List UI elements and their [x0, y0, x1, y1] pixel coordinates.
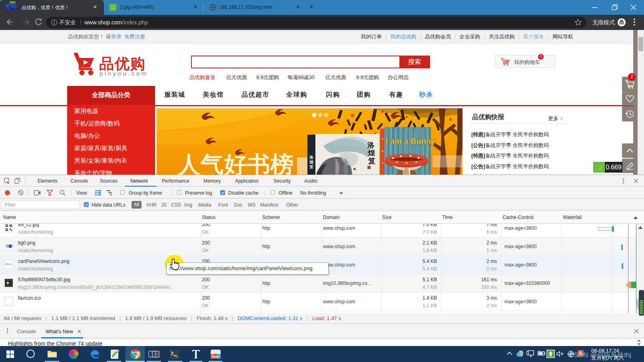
- svg-text:洛: 洛: [367, 141, 375, 149]
- svg-text:煌: 煌: [367, 149, 375, 157]
- svg-text:煌: 煌: [309, 160, 313, 164]
- svg-text:洛: 洛: [309, 155, 313, 159]
- svg-text:dd: dd: [6, 245, 9, 248]
- svg-text:笈: 笈: [368, 157, 375, 165]
- svg-text:人气好书榜: 人气好书榜: [177, 151, 293, 175]
- svg-text:PDF: PDF: [212, 355, 220, 359]
- svg-text:笈: 笈: [309, 165, 313, 169]
- svg-text:I am a Bunny: I am a Bunny: [386, 137, 436, 145]
